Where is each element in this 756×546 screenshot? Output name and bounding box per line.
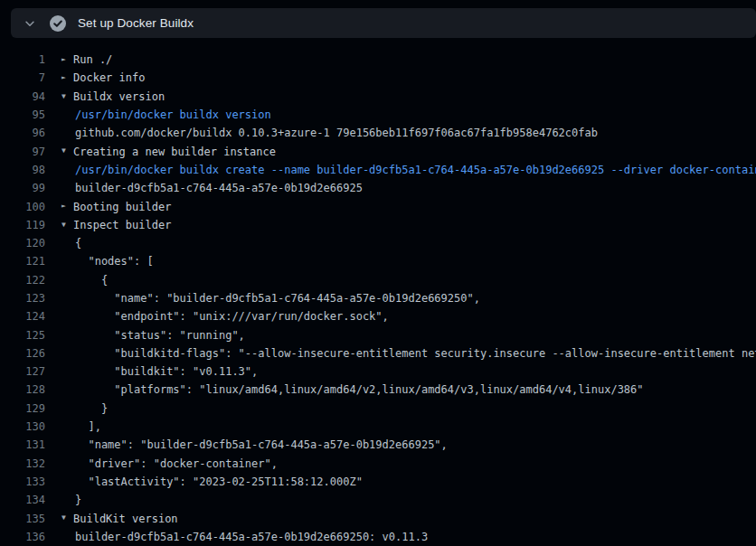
- log-group-line[interactable]: 135 ▼ BuildKit version: [0, 509, 756, 527]
- log-line: 136 builder-d9cfb5a1-c764-445a-a57e-0b19…: [0, 528, 756, 546]
- line-text: {: [75, 237, 81, 249]
- line-number[interactable]: 125: [0, 329, 45, 342]
- line-text: github.com/docker/buildx 0.10.3+azure-1 …: [75, 127, 598, 139]
- line-number[interactable]: 120: [0, 237, 45, 249]
- line-text: ],: [75, 420, 101, 433]
- line-text: /usr/bin/docker buildx create --name bui…: [75, 164, 756, 176]
- line-number[interactable]: 95: [0, 108, 45, 121]
- check-circle-icon: [50, 15, 66, 32]
- line-text: {: [75, 274, 108, 287]
- log-line: 131 "name": "builder-d9cfb5a1-c764-445a-…: [0, 436, 756, 454]
- log-lines: 1 ► Run ./ 7 ► Docker info 94 ▼ Buildx v…: [0, 51, 756, 546]
- group-arrow-icon[interactable]: ►: [61, 69, 73, 87]
- log-line: 96 github.com/docker/buildx 0.10.3+azure…: [0, 124, 756, 142]
- log-line: 120 {: [0, 234, 756, 252]
- group-arrow-icon[interactable]: ▼: [61, 216, 73, 234]
- log-group-line[interactable]: 100 ► Booting builder: [0, 197, 756, 215]
- line-number[interactable]: 7: [0, 71, 45, 84]
- line-number[interactable]: 127: [0, 365, 45, 378]
- line-text: "name": "builder-d9cfb5a1-c764-445a-a57e…: [75, 292, 480, 305]
- line-text: "endpoint": "unix:///var/run/docker.sock…: [75, 310, 389, 323]
- log-line: 95 /usr/bin/docker buildx version: [0, 106, 756, 124]
- line-text: Inspect builder: [73, 219, 171, 231]
- log-group-line[interactable]: 1 ► Run ./: [0, 51, 756, 69]
- log-line: 121 "nodes": [: [0, 252, 756, 270]
- log-group-line[interactable]: 97 ▼ Creating a new builder instance: [0, 142, 756, 160]
- log-line: 129 }: [0, 400, 756, 418]
- log-line: 134 }: [0, 491, 756, 509]
- group-arrow-icon[interactable]: ►: [61, 51, 73, 69]
- line-number[interactable]: 97: [0, 146, 45, 158]
- line-text: "status": "running",: [75, 329, 245, 342]
- line-number[interactable]: 129: [0, 402, 45, 415]
- line-text: "driver": "docker-container",: [75, 457, 278, 470]
- log-group-line[interactable]: 94 ▼ Buildx version: [0, 88, 756, 106]
- log-line: 98 /usr/bin/docker buildx create --name …: [0, 161, 756, 179]
- log-group-line[interactable]: 7 ► Docker info: [0, 69, 756, 87]
- group-arrow-icon[interactable]: ▼: [61, 509, 73, 527]
- log-line: 123 "name": "builder-d9cfb5a1-c764-445a-…: [0, 289, 756, 307]
- line-text: "buildkit": "v0.11.3",: [75, 365, 258, 378]
- line-number[interactable]: 135: [0, 513, 45, 525]
- log-line: 127 "buildkit": "v0.11.3",: [0, 362, 756, 381]
- line-number[interactable]: 119: [0, 219, 45, 231]
- line-text: }: [75, 494, 81, 506]
- line-number[interactable]: 100: [0, 201, 45, 213]
- line-text: Run ./: [73, 53, 112, 66]
- step-title: Set up Docker Buildx: [78, 16, 194, 30]
- group-arrow-icon[interactable]: ▼: [61, 88, 73, 106]
- line-text: "name": "builder-d9cfb5a1-c764-445a-a57e…: [75, 438, 448, 451]
- log-line: 133 "lastActivity": "2023-02-25T11:58:12…: [0, 473, 756, 491]
- line-text: BuildKit version: [73, 513, 178, 525]
- log-line: 128 "platforms": "linux/amd64,linux/amd6…: [0, 381, 756, 399]
- line-number[interactable]: 99: [0, 182, 45, 194]
- line-number[interactable]: 94: [0, 90, 45, 103]
- log-line: 122 {: [0, 271, 756, 289]
- line-number[interactable]: 121: [0, 255, 45, 268]
- line-text: builder-d9cfb5a1-c764-445a-a57e-0b19d2e6…: [75, 531, 428, 543]
- chevron-down-icon[interactable]: [23, 16, 37, 31]
- line-number[interactable]: 134: [0, 494, 45, 506]
- line-number[interactable]: 133: [0, 475, 45, 488]
- line-number[interactable]: 136: [0, 531, 45, 543]
- line-number[interactable]: 124: [0, 310, 45, 323]
- line-text: Creating a new builder instance: [73, 146, 276, 158]
- line-text: builder-d9cfb5a1-c764-445a-a57e-0b19d2e6…: [75, 182, 363, 194]
- line-text: /usr/bin/docker buildx version: [75, 108, 271, 121]
- log-line: 125 "status": "running",: [0, 325, 756, 344]
- line-number[interactable]: 126: [0, 347, 45, 360]
- line-number[interactable]: 131: [0, 438, 45, 451]
- log-line: 99 builder-d9cfb5a1-c764-445a-a57e-0b19d…: [0, 179, 756, 197]
- group-arrow-icon[interactable]: ▼: [61, 142, 73, 160]
- line-number[interactable]: 122: [0, 274, 45, 287]
- line-text: "nodes": [: [75, 255, 154, 268]
- log-line: 132 "driver": "docker-container",: [0, 455, 756, 473]
- line-text: Booting builder: [73, 201, 171, 213]
- log-group-line[interactable]: 119 ▼ Inspect builder: [0, 216, 756, 234]
- log-line: 126 "buildkitd-flags": "--allow-insecure…: [0, 344, 756, 362]
- line-text: Docker info: [73, 71, 145, 84]
- line-number[interactable]: 130: [0, 420, 45, 433]
- line-text: "platforms": "linux/amd64,linux/amd64/v2…: [75, 383, 644, 396]
- line-number[interactable]: 123: [0, 292, 45, 305]
- line-text: Buildx version: [73, 90, 165, 103]
- line-text: }: [75, 402, 108, 415]
- line-number[interactable]: 128: [0, 383, 45, 396]
- line-text: "lastActivity": "2023-02-25T11:58:12.000…: [75, 475, 363, 488]
- line-number[interactable]: 132: [0, 457, 45, 470]
- log-line: 124 "endpoint": "unix:///var/run/docker.…: [0, 307, 756, 325]
- line-number[interactable]: 98: [0, 164, 45, 176]
- line-text: "buildkitd-flags": "--allow-insecure-ent…: [75, 347, 756, 360]
- group-arrow-icon[interactable]: ►: [61, 197, 73, 215]
- log-line: 130 ],: [0, 418, 756, 436]
- line-number[interactable]: 96: [0, 127, 45, 139]
- line-number[interactable]: 1: [0, 53, 45, 66]
- step-header[interactable]: Set up Docker Buildx: [11, 8, 756, 38]
